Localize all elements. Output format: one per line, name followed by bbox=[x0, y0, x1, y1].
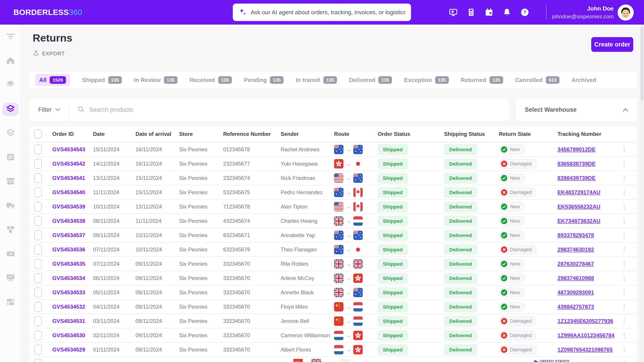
row-checkbox[interactable] bbox=[34, 359, 42, 362]
avatar[interactable] bbox=[618, 4, 634, 20]
bell-icon[interactable] bbox=[502, 7, 512, 17]
row-checkbox[interactable] bbox=[34, 345, 42, 355]
row-checkbox[interactable] bbox=[34, 316, 42, 326]
row-checkbox[interactable] bbox=[34, 230, 42, 240]
tracking-number-link[interactable]: 439842757873 bbox=[558, 304, 594, 310]
order-id-link[interactable]: GVS4534532 bbox=[52, 304, 85, 310]
sidebar-item-layers[interactable] bbox=[2, 127, 18, 140]
sidebar-item-pallet[interactable] bbox=[2, 223, 18, 236]
sidebar-item-presentation[interactable] bbox=[2, 272, 18, 285]
order-id-link[interactable]: GVS4534538 bbox=[52, 218, 85, 224]
sidebar-item-stack[interactable] bbox=[2, 79, 18, 92]
sidebar-item-archive[interactable] bbox=[2, 175, 18, 188]
order-id-link[interactable]: GVS4534535 bbox=[52, 261, 85, 267]
tracking-number-link[interactable]: EK483729174AU bbox=[558, 189, 600, 196]
select-all-checkbox[interactable] bbox=[34, 130, 42, 139]
row-menu-button[interactable] bbox=[622, 303, 626, 311]
row-menu-button[interactable] bbox=[622, 188, 626, 196]
row-menu-button[interactable] bbox=[622, 260, 626, 268]
order-id-link[interactable]: GVS4534533 bbox=[52, 289, 85, 296]
order-id-link[interactable]: GVS4534541 bbox=[52, 175, 85, 181]
tracking-number-link[interactable]: EK536556232AU bbox=[558, 204, 600, 210]
tracking-number-link[interactable]: 298374610988 bbox=[558, 275, 594, 281]
row-checkbox[interactable] bbox=[34, 159, 42, 169]
tab-in-review[interactable]: In Review135 bbox=[134, 76, 178, 84]
screen-share-icon[interactable] bbox=[448, 7, 458, 17]
row-checkbox[interactable] bbox=[34, 288, 42, 298]
row-menu-button[interactable] bbox=[622, 346, 626, 354]
ai-search-input[interactable] bbox=[251, 9, 405, 16]
order-id-link[interactable]: GVS4534540 bbox=[52, 189, 85, 196]
row-checkbox[interactable] bbox=[34, 216, 42, 226]
order-id-link[interactable]: GVS4534537 bbox=[52, 232, 85, 238]
row-checkbox[interactable] bbox=[34, 187, 42, 197]
tab-received[interactable]: Received135 bbox=[190, 76, 232, 84]
sidebar-item-home[interactable] bbox=[2, 54, 18, 67]
row-menu-button[interactable] bbox=[622, 160, 626, 168]
order-id-link[interactable]: GVS4534534 bbox=[52, 275, 85, 281]
tracking-number-link[interactable]: 487309293091 bbox=[558, 289, 594, 296]
tab-all[interactable]: All1526 bbox=[35, 74, 70, 86]
export-button[interactable]: EXPORT bbox=[33, 50, 65, 58]
sidebar-item-tools[interactable] bbox=[2, 248, 18, 261]
sidebar-item-toggles[interactable] bbox=[2, 296, 18, 309]
tracking-number-link[interactable]: 1Z0987654321098765 bbox=[558, 347, 613, 353]
row-menu-button[interactable] bbox=[622, 331, 626, 340]
tracking-number-link[interactable]: 1Z12345E6205277936 bbox=[558, 318, 613, 324]
order-id-link[interactable]: GVS4534531 bbox=[52, 318, 85, 324]
row-menu-button[interactable] bbox=[622, 245, 626, 254]
row-checkbox[interactable] bbox=[34, 245, 42, 255]
product-search-input[interactable] bbox=[89, 106, 502, 113]
row-menu-button[interactable] bbox=[622, 231, 626, 239]
row-checkbox[interactable] bbox=[34, 331, 42, 340]
row-menu-button[interactable] bbox=[622, 360, 626, 362]
brand-logo[interactable]: BORDERLESS360 bbox=[14, 0, 82, 24]
ai-search-bar[interactable] bbox=[233, 3, 411, 21]
order-id-link[interactable]: GVS4534529 bbox=[52, 347, 85, 353]
tab-delivered[interactable]: Delivered135 bbox=[349, 76, 392, 84]
tab-archived[interactable]: Archived bbox=[572, 77, 596, 84]
tracking-number-link[interactable]: 298374630192 bbox=[558, 247, 594, 253]
tracking-number-link[interactable]: 8365838739DE bbox=[558, 161, 596, 167]
row-menu-button[interactable] bbox=[622, 288, 626, 297]
calendar-icon[interactable] bbox=[484, 7, 494, 17]
sidebar-item-filter[interactable] bbox=[2, 30, 18, 43]
order-id-link[interactable]: GVS4534539 bbox=[52, 204, 85, 210]
tracking-number-link[interactable]: 1Z999AA10123456784 bbox=[558, 332, 614, 339]
order-id-link[interactable]: GVS4534543 bbox=[52, 146, 85, 153]
tab-returned[interactable]: Returned135 bbox=[461, 76, 503, 84]
tracking-number-link[interactable]: 287630278467 bbox=[558, 261, 594, 267]
tracking-number-link[interactable]: 3456789012DE bbox=[558, 146, 596, 153]
row-checkbox[interactable] bbox=[34, 173, 42, 183]
calculator-icon[interactable] bbox=[466, 7, 476, 17]
tracking-number-link[interactable]: 8398439739DE bbox=[558, 175, 596, 181]
row-checkbox[interactable] bbox=[34, 302, 42, 312]
row-menu-button[interactable] bbox=[622, 274, 626, 282]
order-id-link[interactable]: GVS4534542 bbox=[52, 161, 85, 167]
order-id-link[interactable]: GVS4534530 bbox=[52, 332, 85, 339]
order-id-link[interactable]: GVS4534536 bbox=[52, 247, 85, 253]
tab-shipped[interactable]: Shipped135 bbox=[82, 76, 122, 84]
create-order-button[interactable]: Create order bbox=[591, 37, 633, 52]
row-menu-button[interactable] bbox=[622, 202, 626, 211]
tab-in-transit[interactable]: In transit135 bbox=[296, 76, 337, 84]
row-menu-button[interactable] bbox=[622, 217, 626, 225]
sidebar-item-orders[interactable] bbox=[2, 103, 18, 116]
tab-cancelled[interactable]: Cancelled613 bbox=[515, 76, 560, 84]
scrollbar-thumb[interactable] bbox=[641, 27, 643, 100]
tab-exception[interactable]: Exception135 bbox=[404, 76, 448, 84]
warehouse-select[interactable]: Select Warehouse bbox=[516, 98, 637, 122]
sidebar-item-truck[interactable] bbox=[2, 199, 18, 212]
sidebar-item-clipboard[interactable] bbox=[2, 151, 18, 164]
row-menu-button[interactable] bbox=[622, 317, 626, 325]
tracking-number-link[interactable]: EK734873632AU bbox=[558, 218, 600, 224]
row-menu-button[interactable] bbox=[622, 145, 626, 153]
help-icon[interactable]: ? bbox=[520, 7, 530, 17]
row-checkbox[interactable] bbox=[34, 202, 42, 212]
tab-pending[interactable]: Pending135 bbox=[244, 76, 284, 84]
row-checkbox[interactable] bbox=[34, 259, 42, 269]
row-menu-button[interactable] bbox=[622, 174, 626, 182]
tracking-number-link[interactable]: 893378293478 bbox=[558, 232, 594, 238]
row-checkbox[interactable] bbox=[34, 145, 42, 154]
filter-dropdown[interactable]: Filter bbox=[29, 98, 69, 121]
